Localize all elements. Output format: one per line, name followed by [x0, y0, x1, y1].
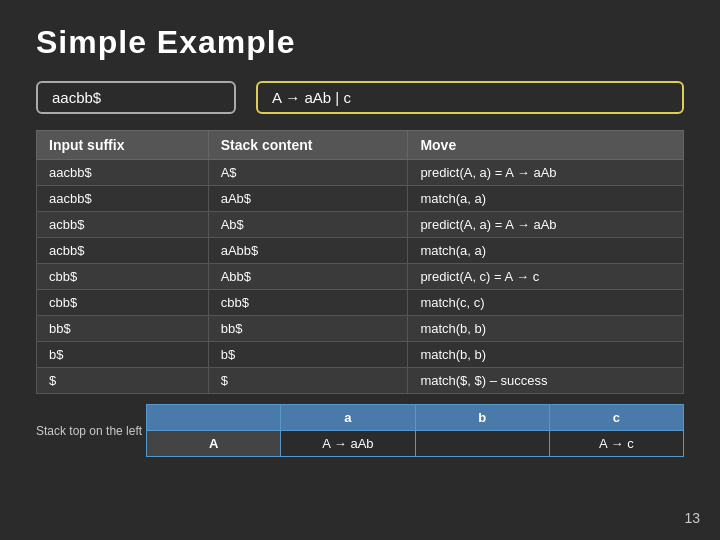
table-cell: $ [208, 368, 408, 394]
table-cell: $ [37, 368, 209, 394]
table-cell: acbb$ [37, 238, 209, 264]
main-table: Input suffix Stack content Move aacbb$A$… [36, 130, 684, 394]
col-header-input: Input suffix [37, 131, 209, 160]
table-row: bb$bb$match(b, b) [37, 316, 684, 342]
table-cell: aacbb$ [37, 160, 209, 186]
table-cell: match(a, a) [408, 186, 684, 212]
bottom-section: Stack top on the left a b c AA → aAbA → … [36, 404, 684, 457]
bottom-header-row: a b c [147, 405, 684, 431]
table-row: acbb$Ab$predict(A, a) = A → aAb [37, 212, 684, 238]
table-cell: aacbb$ [37, 186, 209, 212]
table-cell: aAbb$ [208, 238, 408, 264]
table-cell: Ab$ [208, 212, 408, 238]
bottom-col-c: c [549, 405, 683, 431]
table-cell: match(b, b) [408, 342, 684, 368]
table-cell: b$ [208, 342, 408, 368]
table-cell: acbb$ [37, 212, 209, 238]
table-row: cbb$Abb$predict(A, c) = A → c [37, 264, 684, 290]
table-cell: match(b, b) [408, 316, 684, 342]
table-cell: match(c, c) [408, 290, 684, 316]
page-title: Simple Example [36, 24, 684, 61]
page-number: 13 [684, 510, 700, 526]
table-cell: match(a, a) [408, 238, 684, 264]
bottom-table: a b c AA → aAbA → c [146, 404, 684, 457]
table-cell: bb$ [208, 316, 408, 342]
top-row: aacbb$ A → aAb | c [36, 81, 684, 114]
table-cell: bb$ [37, 316, 209, 342]
col-header-move: Move [408, 131, 684, 160]
table-cell: cbb$ [37, 264, 209, 290]
stack-label: Stack top on the left [36, 424, 146, 438]
table-row: cbb$cbb$match(c, c) [37, 290, 684, 316]
table-header-row: Input suffix Stack content Move [37, 131, 684, 160]
bottom-table-cell: A → aAb [281, 431, 415, 457]
page: Simple Example aacbb$ A → aAb | c Input … [0, 0, 720, 540]
table-cell: aAb$ [208, 186, 408, 212]
list-item: AA → aAbA → c [147, 431, 684, 457]
rule-value: A → aAb | c [256, 81, 684, 114]
table-cell: cbb$ [37, 290, 209, 316]
bottom-col-b: b [415, 405, 549, 431]
table-cell: A$ [208, 160, 408, 186]
bottom-table-cell: A → c [549, 431, 683, 457]
table-cell: predict(A, c) = A → c [408, 264, 684, 290]
table-cell: Abb$ [208, 264, 408, 290]
input-value: aacbb$ [36, 81, 236, 114]
table-row: aacbb$A$predict(A, a) = A → aAb [37, 160, 684, 186]
table-row: $$match($, $) – success [37, 368, 684, 394]
table-row: aacbb$aAb$match(a, a) [37, 186, 684, 212]
table-cell: match($, $) – success [408, 368, 684, 394]
table-cell: cbb$ [208, 290, 408, 316]
table-cell: predict(A, a) = A → aAb [408, 212, 684, 238]
table-row: acbb$aAbb$match(a, a) [37, 238, 684, 264]
col-header-stack: Stack content [208, 131, 408, 160]
table-cell: b$ [37, 342, 209, 368]
table-cell: predict(A, a) = A → aAb [408, 160, 684, 186]
bottom-col-a: a [281, 405, 415, 431]
table-row: b$b$match(b, b) [37, 342, 684, 368]
bottom-table-cell: A [147, 431, 281, 457]
bottom-col-empty [147, 405, 281, 431]
bottom-table-cell [415, 431, 549, 457]
